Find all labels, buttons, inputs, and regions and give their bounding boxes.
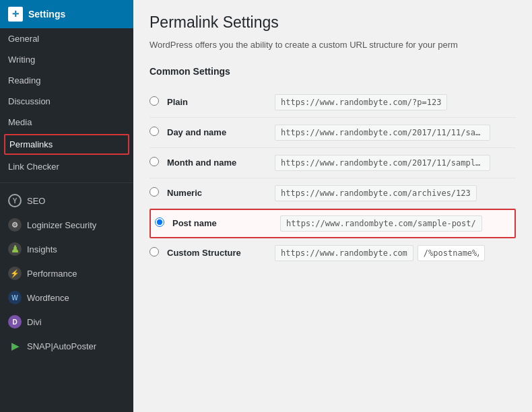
radio-col-numeric[interactable]: [149, 187, 167, 199]
radio-custom-structure[interactable]: [149, 247, 159, 256]
divi-label: Divi: [27, 317, 42, 327]
url-numeric: https://www.randombyte.com/archives/123: [275, 185, 477, 201]
label-plain: Plain: [167, 97, 275, 107]
radio-col-post-name[interactable]: [155, 217, 172, 229]
url-custom-structure: https://www.randombyte.com: [275, 245, 413, 261]
label-numeric: Numeric: [167, 188, 275, 198]
sidebar-item-snap[interactable]: ▶ SNAP|AutoPoster: [0, 334, 133, 358]
option-row-custom-structure: Custom Structure https://www.randombyte.…: [149, 238, 516, 268]
sidebar-item-insights[interactable]: ♟ Insights: [0, 237, 133, 261]
option-row-day-and-name: Day and name https://www.randombyte.com/…: [149, 118, 516, 148]
option-row-post-name: Post name https://www.randombyte.com/sam…: [149, 209, 516, 238]
wordpress-icon: ✛: [8, 7, 23, 22]
url-col-custom: https://www.randombyte.com: [275, 245, 516, 261]
sidebar-item-performance[interactable]: ⚡ Performance: [0, 261, 133, 285]
page-description: WordPress offers you the ability to crea…: [149, 38, 516, 53]
sidebar-item-media[interactable]: Media: [0, 112, 133, 133]
sidebar-item-writing[interactable]: Writing: [0, 49, 133, 70]
insights-label: Insights: [27, 244, 57, 254]
main-content: Permalink Settings WordPress offers you …: [133, 0, 532, 412]
custom-structure-input[interactable]: [418, 245, 485, 261]
wordfence-label: Wordfence: [27, 293, 69, 303]
label-day-and-name: Day and name: [167, 127, 275, 137]
url-month-and-name: https://www.randombyte.com/2017/11/sampl…: [275, 155, 490, 171]
radio-month-and-name[interactable]: [149, 157, 159, 166]
seo-icon: Y: [8, 194, 22, 207]
radio-col-plain[interactable]: [149, 96, 167, 108]
label-post-name: Post name: [172, 218, 280, 228]
loginizer-icon: ⚙: [8, 218, 22, 232]
sidebar-item-link-checker[interactable]: Link Checker: [0, 156, 133, 177]
radio-day-and-name[interactable]: [149, 127, 159, 136]
seo-label: SEO: [27, 196, 45, 206]
url-day-and-name: https://www.randombyte.com/2017/11/11/sa…: [275, 125, 490, 141]
url-col-numeric: https://www.randombyte.com/archives/123: [275, 185, 516, 201]
sidebar-item-divi[interactable]: D Divi: [0, 310, 133, 334]
common-settings-title: Common Settings: [149, 66, 516, 77]
insights-icon: ♟: [8, 242, 22, 256]
wordfence-icon: W: [8, 291, 22, 304]
sidebar-item-loginizer[interactable]: ⚙ Loginizer Security: [0, 213, 133, 237]
sidebar-header[interactable]: ✛ Settings: [0, 0, 133, 28]
url-post-name: https://www.randombyte.com/sample-post/: [280, 215, 482, 232]
sidebar-item-seo[interactable]: Y SEO: [0, 188, 133, 213]
label-custom-structure: Custom Structure: [167, 248, 275, 258]
radio-col-custom[interactable]: [149, 247, 167, 259]
url-col-day-and-name: https://www.randombyte.com/2017/11/11/sa…: [275, 125, 516, 141]
radio-col-day-and-name[interactable]: [149, 127, 167, 138]
sidebar-divider-1: [0, 182, 133, 183]
option-row-numeric: Numeric https://www.randombyte.com/archi…: [149, 178, 516, 209]
option-row-plain: Plain https://www.randombyte.com/?p=123: [149, 88, 516, 118]
url-col-month-and-name: https://www.randombyte.com/2017/11/sampl…: [275, 155, 516, 171]
radio-col-month-and-name[interactable]: [149, 157, 167, 168]
sidebar-item-reading[interactable]: Reading: [0, 70, 133, 91]
snap-icon: ▶: [8, 339, 22, 353]
option-row-month-and-name: Month and name https://www.randombyte.co…: [149, 148, 516, 178]
url-plain: https://www.randombyte.com/?p=123: [275, 94, 447, 110]
radio-post-name[interactable]: [155, 217, 164, 227]
sidebar-item-wordfence[interactable]: W Wordfence: [0, 285, 133, 310]
snap-label: SNAP|AutoPoster: [27, 341, 96, 351]
loginizer-label: Loginizer Security: [27, 220, 96, 230]
sidebar-item-general[interactable]: General: [0, 28, 133, 49]
sidebar-title: Settings: [28, 9, 65, 20]
sidebar-item-discussion[interactable]: Discussion: [0, 91, 133, 112]
url-col-plain: https://www.randombyte.com/?p=123: [275, 94, 516, 110]
radio-numeric[interactable]: [149, 187, 159, 197]
divi-icon: D: [8, 315, 22, 329]
page-title: Permalink Settings: [149, 13, 516, 32]
url-col-post-name: https://www.randombyte.com/sample-post/: [280, 215, 510, 232]
sidebar: ✛ Settings General Writing Reading Discu…: [0, 0, 133, 412]
label-month-and-name: Month and name: [167, 158, 275, 168]
performance-icon: ⚡: [8, 267, 22, 280]
sidebar-item-permalinks[interactable]: Permalinks: [4, 134, 129, 155]
performance-label: Performance: [27, 269, 77, 279]
radio-plain[interactable]: [149, 96, 159, 106]
